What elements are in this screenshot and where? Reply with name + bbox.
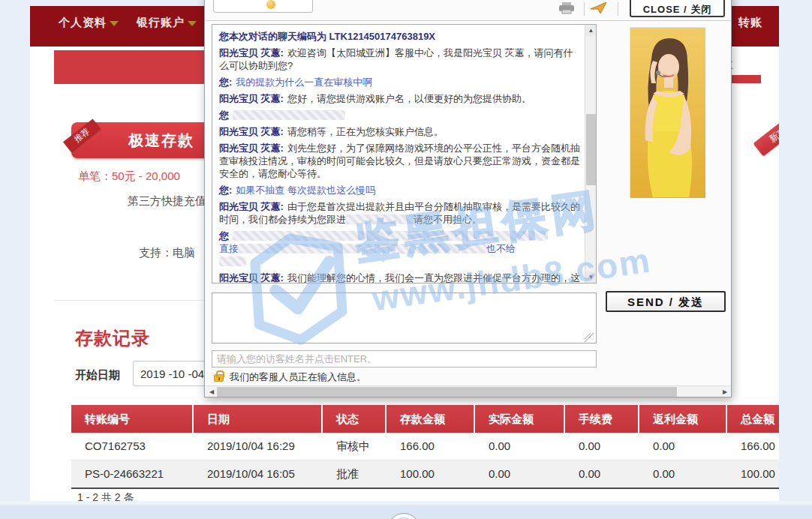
message-text: 您好，请您提供游戏账户名，以便更好的为您提供协助。: [287, 93, 531, 104]
table-header-cell: 转账编号: [71, 405, 194, 433]
toolbar-separator-2: [618, 2, 618, 16]
send-button[interactable]: SEND / 发送: [606, 291, 726, 312]
chat-message: 您本次对话的聊天编码为 LTK121450174763819X: [219, 30, 581, 43]
scroll-left-icon[interactable]: ◀: [206, 386, 218, 398]
chat-message: 阳光宝贝 苂蕙:请您稍等，正在为您核实账户信息。: [219, 125, 581, 138]
redacted-text: [239, 244, 486, 254]
nav-item-label: 银行账户: [137, 16, 185, 28]
table-cell: 0.00: [639, 460, 727, 488]
scroll-up-icon[interactable]: ▲: [585, 25, 597, 36]
table-cell: 2019/10/04 16:29: [194, 433, 323, 460]
chat-message: 您:我的提款为什么一直在审核中啊: [219, 76, 581, 88]
message-sender-label: 您:: [219, 76, 232, 88]
typing-status-text: 我们的客服人员正在输入信息。: [230, 370, 366, 384]
chevron-down-icon: [188, 21, 197, 26]
message-sender-label: 阳光宝贝 苂蕙:: [219, 93, 284, 104]
deposit-limit-text: 单笔：50元 - 20,000: [78, 170, 180, 184]
table-cell: 2019/10/04 16:05: [194, 460, 323, 488]
nav-item-3[interactable]: 转账: [738, 16, 762, 30]
nav-item-label: 个人资料: [59, 16, 107, 28]
message-sender-label: 您: [219, 230, 229, 242]
promo-banner: [54, 50, 204, 84]
page-left-margin: [0, 0, 30, 519]
chat-message: 阳光宝贝 苂蕙:欢迎咨询【太阳城亚洲】客服中心，我是阳光宝贝 苂蕙，请问有什么可…: [219, 46, 581, 72]
message-text: 请您稍等，正在为您核实账户信息。: [287, 126, 444, 137]
emoji-icon: [266, 0, 275, 9]
chat-message: 您:如果不抽查 每次提款也这么慢吗: [219, 184, 581, 196]
table-cell: 0.00: [565, 460, 639, 488]
chat-message: 您直接也不给: [219, 230, 581, 268]
message-text: 也不给: [486, 243, 516, 254]
message-text: 您本次对话的聊天编码为 LTK121450174763819X: [219, 31, 435, 42]
chat-message: 阳光宝贝 苂蕙:由于您是首次提出提款并且由平台分随机抽取审核，是需要比较久的时间…: [219, 200, 581, 226]
hscrollbar-thumb[interactable]: [217, 387, 677, 398]
nav-item-1[interactable]: 个人资料: [59, 16, 119, 30]
deposit-records-table: 转账编号日期状态存款金额实际金额手续费返利金额总金额CO71627532019/…: [71, 405, 788, 489]
chat-vertical-scrollbar[interactable]: ▲ ▼: [585, 25, 596, 283]
table-header-cell: 实际金额: [475, 405, 565, 433]
chat-horizontal-scrollbar[interactable]: ◀ ▶: [206, 386, 731, 398]
table-header-row: 转账编号日期状态存款金额实际金额手续费返利金额总金额: [71, 405, 788, 433]
toolbar-divider: [205, 20, 732, 21]
textarea-resize-grip[interactable]: [585, 333, 594, 342]
page-right-margin: [779, 0, 812, 519]
livechat-window: CLOSE / 关闭 您本次对话的聊天编码为 LTK12145017476381…: [204, 0, 732, 398]
chevron-down-icon: [110, 21, 119, 26]
table-header-cell: 手续费: [565, 405, 639, 433]
paper-plane-icon[interactable]: [591, 2, 607, 17]
table-cell: 0.00: [475, 433, 565, 460]
redacted-text: [233, 110, 345, 120]
message-text: 如果不抽查 每次提款也这么慢吗: [236, 184, 375, 196]
deposit-method-text: 第三方快捷充值: [128, 194, 206, 208]
table-row: CO71627532019/10/04 16:29审核中166.000.000.…: [71, 433, 788, 460]
message-text: 我的提款为什么一直在审核中啊: [236, 76, 372, 88]
scroll-down-icon[interactable]: ▼: [585, 272, 597, 283]
nav-item-label: 转账: [738, 16, 762, 28]
redacted-text: [346, 214, 414, 224]
deposit-records-title: 存款记录: [75, 326, 150, 350]
table-cell: 0.00: [475, 460, 565, 488]
deposit-support-text: 支持：电脑: [139, 246, 195, 260]
table-header-cell: 状态: [323, 405, 386, 433]
table-cell: 166.00: [386, 433, 475, 460]
toolbar-separator: [584, 2, 585, 16]
scrollbar-thumb[interactable]: [586, 114, 596, 185]
table-cell: 审核中: [323, 433, 386, 460]
chat-messages: 您本次对话的聊天编码为 LTK121450174763819X阳光宝贝 苂蕙:欢…: [212, 25, 584, 284]
message-sender-label: 阳光宝贝 苂蕙:: [219, 201, 284, 212]
message-sender-label: 您:: [219, 184, 232, 196]
printer-icon[interactable]: [558, 2, 576, 17]
guest-name-input[interactable]: [212, 350, 597, 368]
table-header-cell: 存款金额: [386, 405, 475, 433]
message-sender-label: 阳光宝贝 苂蕙:: [219, 272, 284, 284]
table-row: PS-0-246632212019/10/04 16:05批准100.000.0…: [71, 460, 788, 489]
scroll-right-icon[interactable]: ▶: [719, 386, 731, 398]
message-text: 直接: [219, 243, 239, 254]
chat-message-textarea[interactable]: [212, 292, 597, 344]
table-cell: 0.00: [639, 433, 727, 460]
chat-message: 阳光宝贝 苂蕙:我们能理解您的心情，我们会一直为您跟进并催促平台方办理的，这点请…: [219, 272, 581, 284]
message-sender-label: 阳光宝贝 苂蕙:: [219, 47, 284, 58]
message-text: 请您不用担心。: [414, 214, 482, 225]
chat-message: 阳光宝贝 苂蕙:刘先生您好，为了保障网络游戏环境的公平公正性，平台方会随机抽查审…: [219, 142, 581, 180]
table-cell: 0.00: [565, 433, 639, 460]
redacted-text: [233, 231, 548, 241]
table-cell: 批准: [323, 460, 386, 488]
redacted-text: [219, 256, 246, 266]
message-sender-label: 阳光宝贝 苂蕙:: [219, 126, 284, 137]
chat-toolbar-input[interactable]: [213, 0, 313, 13]
agent-photo: [630, 27, 705, 197]
nav-item-2[interactable]: 银行账户: [137, 16, 197, 30]
lock-icon: [214, 374, 224, 382]
section-divider: [54, 300, 204, 301]
start-date-input[interactable]: [133, 361, 215, 386]
chat-message: 阳光宝贝 苂蕙:您好，请您提供游戏账户名，以便更好的为您提供协助。: [219, 92, 581, 105]
table-header-cell: 返利金额: [639, 405, 727, 433]
chat-message: 您: [219, 109, 581, 122]
chat-log-panel[interactable]: 您本次对话的聊天编码为 LTK121450174763819X阳光宝贝 苂蕙:欢…: [212, 24, 597, 284]
message-sender-label: 您: [219, 110, 229, 121]
table-cell: 100.00: [386, 460, 475, 488]
table-cell: PS-0-24663221: [71, 460, 194, 488]
close-button[interactable]: CLOSE / 关闭: [630, 0, 725, 17]
table-cell: CO7162753: [71, 433, 194, 460]
